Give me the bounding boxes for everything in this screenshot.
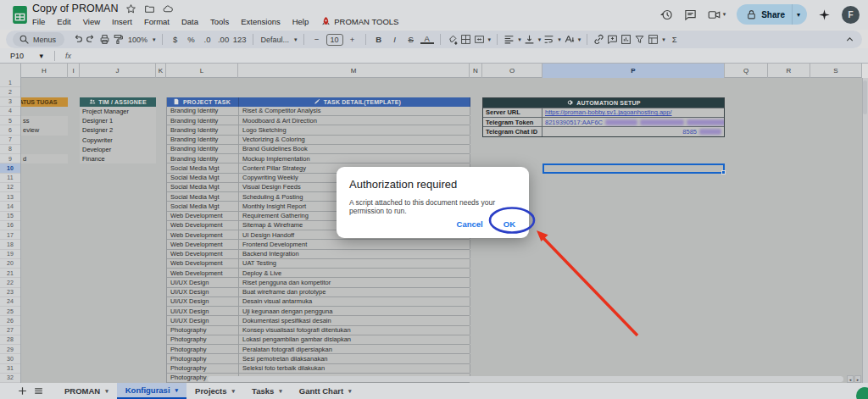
cancel-button[interactable]: Cancel (457, 219, 483, 229)
authorization-dialog: Authorization required A script attached… (337, 167, 529, 238)
dialog-body: A script attached to this document needs… (349, 198, 516, 215)
google-sheets-app: Copy of PROMAN FileEditViewInsertFormatD… (0, 0, 868, 399)
ok-button[interactable]: OK (504, 219, 515, 229)
dialog-title: Authorization required (349, 178, 516, 191)
